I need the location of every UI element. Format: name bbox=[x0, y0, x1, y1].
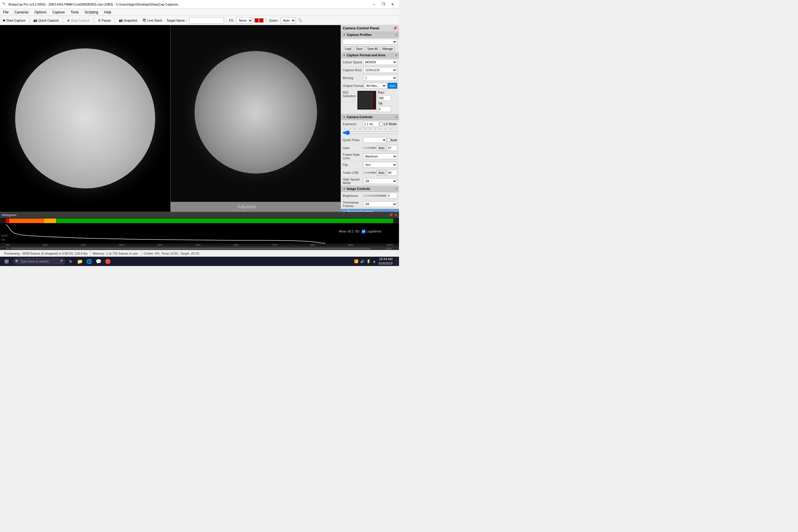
close-button[interactable]: ✕ bbox=[388, 1, 397, 7]
load-button[interactable]: Load bbox=[343, 46, 353, 51]
toolbar-separator-4 bbox=[115, 18, 115, 23]
control-panel-header: Camera Control Panel 📌 bbox=[341, 25, 399, 32]
hist-bar-red bbox=[6, 218, 10, 223]
gain-label: Gain bbox=[343, 146, 363, 150]
exp-tick bbox=[375, 128, 380, 130]
turbo-auto-button[interactable]: Auto bbox=[377, 170, 386, 176]
section-menu-icon-2[interactable]: ≡ bbox=[395, 53, 397, 57]
file-explorer-icon[interactable]: 📁 bbox=[76, 257, 84, 265]
save-all-button[interactable]: Save All bbox=[365, 46, 380, 51]
menu-cameras[interactable]: Cameras bbox=[12, 9, 32, 16]
exp-tick bbox=[370, 128, 375, 130]
pin-icon-histogram[interactable]: 📌 bbox=[389, 213, 393, 217]
profile-dropdown[interactable] bbox=[343, 39, 397, 45]
target-name-input[interactable] bbox=[189, 17, 224, 24]
quick-capture-button[interactable]: 📷 Quick Capture bbox=[31, 18, 61, 23]
clock[interactable]: 10:49 AM 3/18/2019 bbox=[378, 257, 393, 266]
hist-bar-green bbox=[56, 218, 393, 223]
roi-label: ROISelection bbox=[343, 91, 357, 98]
fx-dropdown[interactable]: None bbox=[236, 17, 253, 24]
stop-capture-button[interactable]: ⏹ Stop Capture bbox=[65, 18, 92, 23]
histogram-header: Histogram 📌 ✕ bbox=[0, 212, 399, 218]
menu-file[interactable]: File bbox=[0, 9, 12, 16]
search-box[interactable]: 🔍 Type here to search 🎤 bbox=[13, 258, 65, 265]
colour-space-dropdown[interactable]: MONO8 bbox=[363, 59, 397, 65]
search-placeholder: Type here to search bbox=[20, 260, 49, 263]
gain-input[interactable] bbox=[387, 145, 397, 151]
show-desktop-button[interactable] bbox=[396, 257, 398, 265]
hist-pct-bar bbox=[11, 248, 393, 249]
live-stack-label: Live Stack bbox=[147, 19, 162, 22]
x-30: 30% bbox=[119, 244, 124, 246]
pause-button[interactable]: ⏸ Pause bbox=[96, 18, 113, 23]
cooler-text: Cooler: 0%, Temp 19.8C, Target -25.0C bbox=[144, 252, 200, 255]
turbo-input[interactable] bbox=[387, 170, 397, 176]
gain-auto-button[interactable]: Auto bbox=[377, 145, 386, 151]
close-icon-histogram[interactable]: ✕ bbox=[395, 213, 397, 217]
mic-icon: 🎤 bbox=[59, 260, 63, 263]
binning-dropdown[interactable]: 1 bbox=[363, 75, 397, 81]
start-capture-icon: ▶ bbox=[3, 18, 5, 22]
brightness-input[interactable] bbox=[387, 193, 397, 198]
profile-dropdown-row bbox=[341, 38, 399, 45]
volume-icon[interactable]: 🔊 bbox=[360, 259, 365, 263]
exposure-label: Exposure bbox=[343, 122, 363, 126]
live-stack-button[interactable]: 📚 Live Stack bbox=[140, 18, 164, 23]
pan-input[interactable] bbox=[378, 95, 391, 101]
section-menu-icon-3[interactable]: ≡ bbox=[395, 115, 397, 119]
tilt-input[interactable] bbox=[378, 106, 391, 112]
capture-area-dropdown[interactable]: 1216x1216 bbox=[363, 67, 397, 73]
brightness-slider-track bbox=[363, 195, 386, 196]
taskbar: ⊞ 🔍 Type here to search 🎤 ⧉ 📁 🌐 💬 🔴 📶 🔊 … bbox=[0, 256, 399, 266]
menu-scripting[interactable]: Scripting bbox=[82, 9, 101, 16]
pan-value-row bbox=[378, 95, 391, 101]
menu-capture[interactable]: Capture bbox=[49, 9, 68, 16]
menu-options[interactable]: Options bbox=[32, 9, 49, 16]
brightness-row: Brightness bbox=[341, 192, 399, 200]
quick-picks-dropdown[interactable] bbox=[363, 137, 387, 143]
gain-controls: Auto bbox=[363, 145, 397, 151]
toolbar-separator-6 bbox=[266, 18, 266, 23]
exposure-slider[interactable] bbox=[343, 130, 397, 135]
exposure-input[interactable] bbox=[363, 121, 379, 127]
start-capture-button[interactable]: ▶ Start Capture bbox=[1, 18, 27, 23]
right-image-panel[interactable]: Adjusted bbox=[171, 25, 341, 212]
task-view-icon[interactable]: ⧉ bbox=[66, 257, 75, 265]
roi-widget[interactable] bbox=[357, 91, 376, 110]
timestamp-dropdown[interactable]: Off bbox=[363, 201, 397, 207]
section-menu-icon-4[interactable]: ≡ bbox=[395, 187, 397, 191]
start-button[interactable]: ⊞ bbox=[1, 256, 12, 266]
exp-tick bbox=[360, 128, 365, 130]
sharpcap-taskbar-icon[interactable]: 🔴 bbox=[104, 257, 112, 265]
output-auto-button[interactable]: Auto bbox=[387, 83, 397, 89]
snapshot-button[interactable]: 📸 Snapshot bbox=[117, 18, 139, 23]
pin-icon[interactable]: 📌 bbox=[393, 26, 397, 30]
auto-checkbox[interactable] bbox=[387, 138, 391, 142]
app-icon: 🔭 bbox=[2, 2, 6, 6]
manage-button[interactable]: Manage bbox=[380, 46, 395, 51]
battery-icon[interactable]: 🔋 bbox=[366, 259, 371, 263]
tilt-value-row bbox=[378, 106, 391, 112]
left-image-panel[interactable] bbox=[0, 25, 171, 212]
network-icon[interactable]: 📶 bbox=[354, 259, 359, 263]
up-arrow-icon[interactable]: ▲ bbox=[373, 259, 376, 263]
menu-tools[interactable]: Tools bbox=[68, 9, 82, 16]
save-button[interactable]: Save bbox=[354, 46, 365, 51]
output-format-dropdown[interactable]: AVI files... bbox=[364, 83, 387, 89]
section-menu-icon-5[interactable]: ≡ bbox=[395, 210, 397, 212]
toolbar: ▶ Start Capture 📷 Quick Capture ⏹ Stop C… bbox=[0, 16, 399, 25]
menu-help[interactable]: Help bbox=[101, 9, 114, 16]
maximize-button[interactable]: ❐ bbox=[379, 1, 387, 7]
section-menu-icon[interactable]: ≡ bbox=[395, 33, 397, 37]
chrome-icon[interactable]: 🌐 bbox=[85, 257, 93, 265]
minimize-button[interactable]: – bbox=[370, 1, 378, 7]
high-speed-dropdown[interactable]: Off bbox=[363, 178, 397, 184]
zoom-icon-button[interactable]: 🔍 bbox=[297, 18, 303, 23]
zoom-dropdown[interactable]: Auto bbox=[280, 17, 296, 24]
chat-icon[interactable]: 💬 bbox=[95, 257, 103, 265]
frame-rate-dropdown[interactable]: Maximum bbox=[363, 153, 397, 159]
image-controls-title: ▼ Image Controls bbox=[343, 187, 370, 190]
flip-dropdown[interactable]: Vert bbox=[363, 162, 397, 168]
lx-mode-checkbox[interactable] bbox=[379, 122, 383, 126]
folder-icon: 📁 bbox=[77, 259, 83, 264]
